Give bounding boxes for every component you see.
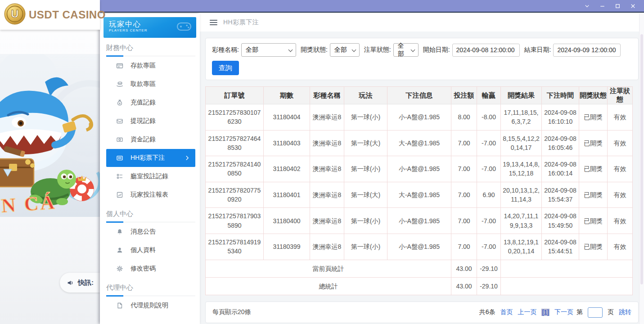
jump-prefix: 第 (576, 308, 583, 316)
sidebar-item[interactable]: 消息公告 (106, 223, 195, 241)
order-no-cell: 2152172578241400850 (206, 156, 264, 182)
column-header: 輸贏 (477, 87, 501, 104)
period-cell: 31180403 (264, 130, 310, 156)
prev-page-link[interactable]: 上一页 (518, 308, 536, 316)
bank-card-icon (116, 62, 123, 69)
sidebar-item-label: 廳室投註記錄 (131, 172, 168, 180)
draw-status-cell: 已開獎 (579, 234, 608, 260)
sidebar-item[interactable]: 個人資料 (106, 241, 195, 259)
hand-money-icon (116, 81, 123, 88)
bet-time-cell: 2024-09-08 15:54:37 (542, 182, 579, 208)
order-status-cell: 有效 (608, 130, 633, 156)
news-ticker[interactable]: 快訊: (60, 273, 100, 292)
next-page-link[interactable]: 下一页 (554, 308, 573, 316)
speaker-icon (67, 279, 74, 287)
sidebar-item-label: 存款專區 (131, 62, 156, 70)
bets-table: 訂單號期數彩種名稱玩法下注信息投注額輸贏開獎結果下注時間開獎狀態注單狀態2152… (205, 86, 633, 295)
vertical-scrollbar[interactable] (639, 14, 644, 324)
close-button[interactable] (625, 0, 640, 12)
minimize-button[interactable] (594, 0, 610, 12)
sidebar-section-title: 代理中心 (106, 284, 195, 296)
draw-result-cell: 17,11,18,15,6,3,7,2 (501, 104, 542, 130)
order-status-cell: 有效 (608, 182, 633, 208)
draw-status-label: 開獎狀態: (301, 46, 328, 54)
page-size-text: 每頁顯示20條 (212, 308, 251, 316)
chevron-down-icon[interactable] (579, 0, 594, 12)
sidebar-item-label: 個人資料 (131, 246, 156, 254)
search-button[interactable]: 查詢 (212, 61, 239, 75)
end-date-input[interactable] (553, 44, 621, 57)
sidebar-item[interactable]: 提現記錄 (106, 112, 195, 130)
promo-artwork: N CÁ (0, 54, 100, 217)
bet-amount-cell: 7.00 (451, 130, 477, 156)
summary-bet-amount-cell: 43.00 (451, 277, 477, 295)
column-header: 期數 (264, 87, 310, 104)
scrollbar-thumb[interactable] (640, 34, 643, 284)
draw-result-cell: 20,10,13,1,2,11,14,3 (501, 182, 542, 208)
sidebar-item-label: 代理規則說明 (131, 302, 168, 310)
jump-button[interactable]: 跳转 (619, 308, 631, 316)
table-row: 215217257814919534031180399澳洲幸运8第一球(小)小-… (206, 234, 633, 260)
gear-icon (116, 265, 123, 272)
sidebar-item[interactable]: HH彩票下注 (106, 149, 195, 167)
sidebar-item[interactable]: 玩家投注報表 (106, 186, 195, 204)
lottery-name-cell: 澳洲幸运8 (310, 234, 344, 260)
topbar: HH彩票下注 (200, 14, 644, 32)
bet-time-cell: 2024-09-08 16:05:46 (542, 130, 579, 156)
lottery-name-select[interactable]: 全部 (241, 43, 296, 57)
win-loss-cell: 6.90 (477, 182, 501, 208)
lottery-name-cell: 澳洲幸运8 (310, 208, 344, 234)
bet-info-cell: 大-A盤@1.985 (387, 182, 451, 208)
bets-table-wrap: 訂單號期數彩種名稱玩法下注信息投注額輸贏開獎結果下注時間開獎狀態注單狀態2152… (205, 86, 639, 295)
column-header: 開獎狀態 (579, 87, 608, 104)
sidebar-item[interactable]: 代理規則說明 (106, 297, 195, 315)
menu-toggle-icon[interactable] (210, 20, 217, 25)
lottery-name-cell: 澳洲幸运8 (310, 130, 344, 156)
bet-info-cell: 小-A盤@1.985 (387, 104, 451, 130)
period-cell: 31180400 (264, 208, 310, 234)
start-date-label: 開始日期: (423, 46, 450, 54)
column-header: 投注額 (451, 87, 477, 104)
page-summary-row: 當前頁統計43.00-29.10 (206, 260, 633, 277)
bet-time-cell: 2024-09-08 16:10:10 (542, 104, 579, 130)
sidebar-section-title: 財務中心 (106, 44, 195, 56)
summary-bet-amount-cell: 43.00 (451, 260, 477, 277)
table-row: 215217257820775092031180401澳洲幸运8第一球(大)大-… (206, 182, 633, 208)
user-icon (116, 247, 123, 254)
order-status-select[interactable]: 全部 (393, 43, 419, 57)
sidebar-item[interactable]: 資金記錄 (106, 130, 195, 148)
order-status-label: 注單狀態: (364, 46, 391, 54)
sidebar: 玩家中心 PLAYERS CENTER 財務中心存款專區取款專區充值記錄提現記錄… (100, 14, 200, 324)
svg-text:N CÁ: N CÁ (0, 191, 57, 217)
total-summary-row: 總統計43.00-29.10 (206, 277, 633, 295)
jump-page-input[interactable] (588, 307, 603, 318)
lottery-name-cell: 澳洲幸运8 (310, 104, 344, 130)
current-page[interactable]: [1] (541, 309, 549, 316)
draw-status-select[interactable]: 全部 (330, 43, 360, 57)
play-type-cell: 第一球(大) (344, 182, 387, 208)
bet-info-cell: 小-A盤@1.985 (387, 208, 451, 234)
sidebar-item-label: 資金記錄 (131, 135, 156, 144)
table-row: 215217257817903589031180400澳洲幸运8第一球(小)小-… (206, 208, 633, 234)
draw-status-cell: 已開獎 (579, 130, 608, 156)
report-chart-icon (116, 191, 123, 198)
jump-suffix: 页 (608, 308, 614, 316)
order-status-cell: 有效 (608, 104, 633, 130)
first-page-link[interactable]: 首页 (500, 308, 513, 316)
sidebar-item[interactable]: 充值記錄 (106, 94, 195, 112)
sidebar-item[interactable]: 廳室投註記錄 (106, 167, 195, 185)
bet-amount-cell: 7.00 (451, 208, 477, 234)
column-header: 玩法 (344, 87, 387, 104)
wallet-icon (116, 117, 123, 125)
sidebar-item[interactable]: 修改密碼 (106, 260, 195, 278)
bet-amount-cell: 7.00 (451, 234, 477, 260)
column-header: 注單狀態 (608, 87, 633, 104)
maximize-button[interactable] (610, 0, 625, 12)
sidebar-item-label: 消息公告 (131, 228, 156, 236)
play-type-cell: 第一球(小) (344, 234, 387, 260)
win-loss-cell: -7.00 (477, 208, 501, 234)
start-date-input[interactable] (452, 44, 520, 57)
order-no-cell: 2152172578149195340 (206, 234, 264, 260)
sidebar-item[interactable]: 存款專區 (106, 57, 195, 75)
sidebar-item[interactable]: 取款專區 (106, 75, 195, 93)
